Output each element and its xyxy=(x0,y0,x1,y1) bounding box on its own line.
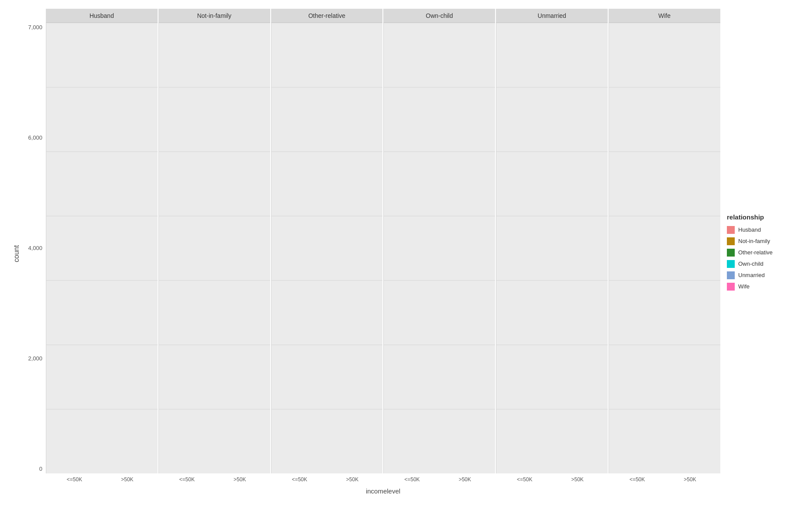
legend-item-wife: Wife xyxy=(727,283,801,291)
legend-color-swatch xyxy=(727,226,735,234)
legend-color-swatch xyxy=(727,283,735,291)
facets-and-yaxis: 7,0006,0004,0002,0000 HusbandNot-in-fami… xyxy=(22,9,720,498)
x-ticks-husband: <=50K>50K xyxy=(46,473,156,486)
legend-item-label: Other-relative xyxy=(738,249,773,256)
facet-header-wife: Wife xyxy=(609,9,720,23)
legend-item-label: Not-in-family xyxy=(738,238,770,244)
y-axis-ticks: 7,0006,0004,0002,0000 xyxy=(22,9,46,498)
facet-panel-unmarried: Unmarried xyxy=(496,9,608,473)
x-ticks-other-relative: <=50K>50K xyxy=(271,473,381,486)
chart-container: count 7,0006,0004,0002,0000 HusbandNot-i… xyxy=(0,0,812,507)
facet-header-husband: Husband xyxy=(46,9,158,23)
facet-panel-own-child: Own-child xyxy=(383,9,495,473)
facet-plot-wife xyxy=(609,23,720,473)
legend-item-label: Unmarried xyxy=(738,272,765,278)
legend-title: relationship xyxy=(727,213,801,221)
facets-row: count 7,0006,0004,0002,0000 HusbandNot-i… xyxy=(9,9,720,498)
x-axis-label: incomelevel xyxy=(46,486,720,498)
plot-area: count 7,0006,0004,0002,0000 HusbandNot-i… xyxy=(9,9,720,498)
y-tick: 2,000 xyxy=(28,355,42,362)
x-tick-label-unmarried-le50k: <=50K xyxy=(499,473,550,486)
x-tick-label-unmarried-gt50k: >50K xyxy=(552,473,602,486)
x-tick-label-not-in-family-gt50k: >50K xyxy=(215,473,265,486)
facet-header-own-child: Own-child xyxy=(383,9,495,23)
y-tick: 6,000 xyxy=(28,134,42,141)
legend-item-own-child: Own-child xyxy=(727,260,801,268)
facet-panel-wife: Wife xyxy=(609,9,720,473)
facet-panel-husband: Husband xyxy=(46,9,158,473)
facet-panel-not-in-family: Not-in-family xyxy=(158,9,270,473)
facets-panels: HusbandNot-in-familyOther-relativeOwn-ch… xyxy=(46,9,720,473)
facet-plot-not-in-family xyxy=(158,23,270,473)
legend-item-label: Husband xyxy=(738,226,761,233)
y-tick: 4,000 xyxy=(28,245,42,251)
legend-item-unmarried: Unmarried xyxy=(727,271,801,279)
facet-header-not-in-family: Not-in-family xyxy=(158,9,270,23)
legend-item-other-relative: Other-relative xyxy=(727,249,801,257)
legend-color-swatch xyxy=(727,249,735,257)
legend-color-swatch xyxy=(727,237,735,245)
x-tick-row: <=50K>50K<=50K>50K<=50K>50K<=50K>50K<=50… xyxy=(46,473,720,486)
y-axis-label: count xyxy=(9,9,22,498)
x-tick-label-own-child-le50k: <=50K xyxy=(387,473,437,486)
facets-grid: HusbandNot-in-familyOther-relativeOwn-ch… xyxy=(46,9,720,498)
legend-item-husband: Husband xyxy=(727,226,801,234)
x-ticks-unmarried: <=50K>50K xyxy=(496,473,606,486)
x-tick-label-wife-le50k: <=50K xyxy=(612,473,662,486)
facet-plot-other-relative xyxy=(271,23,383,473)
facet-header-other-relative: Other-relative xyxy=(271,9,383,23)
legend-item-not-in-family: Not-in-family xyxy=(727,237,801,245)
y-tick: 7,000 xyxy=(28,24,42,31)
x-tick-label-husband-le50k: <=50K xyxy=(49,473,100,486)
x-ticks-own-child: <=50K>50K xyxy=(383,473,493,486)
legend-item-label: Own-child xyxy=(738,260,764,267)
y-tick: 0 xyxy=(39,466,42,472)
x-tick-label-wife-gt50k: >50K xyxy=(665,473,715,486)
legend-color-swatch xyxy=(727,260,735,268)
facet-panel-other-relative: Other-relative xyxy=(271,9,383,473)
x-tick-label-not-in-family-le50k: <=50K xyxy=(162,473,212,486)
x-tick-label-own-child-gt50k: >50K xyxy=(440,473,490,486)
facet-header-unmarried: Unmarried xyxy=(496,9,608,23)
facet-plot-husband xyxy=(46,23,158,473)
x-ticks-wife: <=50K>50K xyxy=(609,473,719,486)
legend: relationship HusbandNot-in-familyOther-r… xyxy=(720,9,808,498)
x-ticks-not-in-family: <=50K>50K xyxy=(158,473,268,486)
legend-item-label: Wife xyxy=(738,283,750,290)
facet-plot-own-child xyxy=(383,23,495,473)
facet-plot-unmarried xyxy=(496,23,608,473)
legend-color-swatch xyxy=(727,271,735,279)
x-tick-label-other-relative-le50k: <=50K xyxy=(275,473,325,486)
legend-items: HusbandNot-in-familyOther-relativeOwn-ch… xyxy=(727,226,801,294)
x-tick-label-husband-gt50k: >50K xyxy=(102,473,152,486)
x-tick-label-other-relative-gt50k: >50K xyxy=(327,473,378,486)
